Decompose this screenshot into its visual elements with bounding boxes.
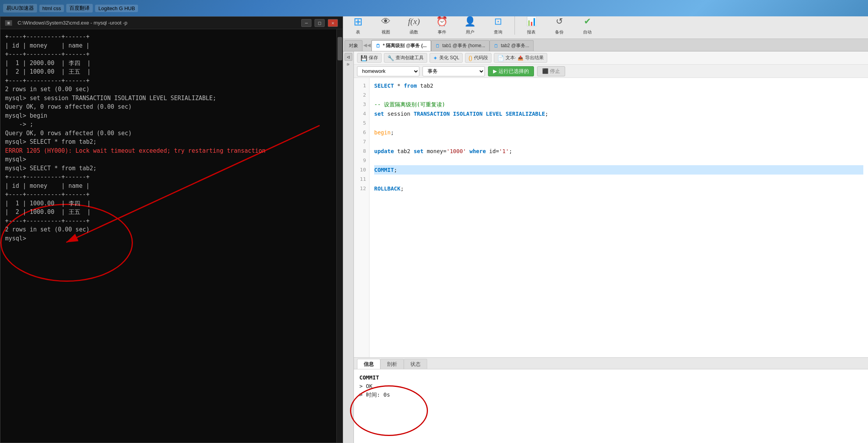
- code-token: SERIALIZABLE: [506, 109, 545, 118]
- query-toolbar: 💾 保存 🔧 查询创建工具 ✦ 美化 SQL () 代码段 📄 文本·: [354, 51, 868, 65]
- schema-select[interactable]: 事务: [423, 66, 485, 76]
- qtool-save-label: 保存: [369, 55, 378, 61]
- code-token: session: [384, 109, 414, 118]
- code-token: set: [374, 109, 384, 118]
- code-line: -- 设置隔离级别(可重复读): [374, 100, 863, 109]
- toolbar-auto-label: 自动: [583, 29, 592, 35]
- tab-tab2[interactable]: 🗒 tab2 @事务...: [490, 40, 534, 51]
- toolbar-query-btn[interactable]: ⊡ 查询: [486, 13, 510, 37]
- cmd-line: +----+----------+------+: [5, 190, 338, 199]
- tab-tab1[interactable]: 🗒 tab1 @事务 (home...: [431, 40, 490, 51]
- result-content: COMMIT > OK > 时间: 0s: [354, 369, 868, 443]
- code-token: ;: [391, 128, 394, 137]
- qtool-snippet-label: 代码段: [474, 55, 488, 61]
- toolbar-view-btn[interactable]: 👁 视图: [374, 13, 398, 37]
- line-number: 4: [354, 109, 369, 118]
- toolbar-report-btn[interactable]: 📊 报表: [520, 13, 543, 37]
- code-line: SELECT * from tab2: [374, 81, 863, 90]
- cmd-maximize-btn[interactable]: □: [315, 19, 325, 27]
- navicat-tabs: 对象 ◀◀ 🗒 * 隔离级别 @事务 (... 🗒 tab1 @事务 (home…: [343, 39, 868, 51]
- toolbar-backup-btn[interactable]: ↺ 备份: [548, 13, 571, 37]
- code-token: begin: [374, 128, 391, 137]
- code-line: [374, 118, 863, 128]
- code-token: ;: [545, 109, 548, 118]
- qtool-text-btn[interactable]: 📄 文本· 📤 导出结果: [494, 53, 547, 63]
- code-content[interactable]: SELECT * from tab2 -- 设置隔离级别(可重复读)set se…: [369, 78, 868, 357]
- auto-icon: ✔: [580, 14, 594, 28]
- run-btn[interactable]: ▶ 运行已选择的: [488, 66, 534, 76]
- cmd-line: ERROR 1205 (HY000): Lock wait timeout ex…: [5, 146, 338, 155]
- code-token: tab2: [417, 81, 433, 90]
- taskbar-item-logitech[interactable]: Logitech G HUB: [95, 5, 138, 12]
- toolbar-event-label: 事件: [438, 29, 446, 35]
- stop-icon: ⬛: [542, 68, 548, 74]
- cmd-line: mysql>: [5, 234, 338, 243]
- navicat-panel: 文件 编辑 查看 查询 格式 收藏夹 工具 窗口 帮助 ⊞ 表 👁 视图 f(x…: [343, 0, 868, 443]
- result-tab-profile[interactable]: 剖析: [380, 359, 404, 369]
- tab-isolate[interactable]: 🗒 * 隔离级别 @事务 (...: [371, 40, 431, 51]
- taskbar-item-uu[interactable]: 易UU加速器: [3, 4, 37, 12]
- toolbar-auto-btn[interactable]: ✔ 自动: [576, 13, 599, 37]
- toolbar-view-label: 视图: [382, 29, 390, 35]
- line-number: 3: [354, 100, 369, 109]
- db-select[interactable]: homework: [357, 66, 419, 76]
- qtool-create-btn[interactable]: 🔧 查询创建工具: [384, 53, 427, 63]
- qtool-beautify-btn[interactable]: ✦ 美化 SQL: [430, 53, 463, 63]
- qtool-create-label: 查询创建工具: [396, 55, 424, 61]
- cmd-scroll-thumb[interactable]: [338, 37, 342, 60]
- code-editor[interactable]: 123456789101112 SELECT * from tab2 -- 设置…: [354, 78, 868, 357]
- code-token: id=: [486, 146, 499, 156]
- cmd-line: | id | money | name |: [5, 41, 338, 50]
- code-line: [374, 156, 863, 165]
- toolbar-user-label: 用户: [466, 29, 474, 35]
- toolbar-event-btn[interactable]: ⏰ 事件: [430, 13, 454, 37]
- code-token: ;: [400, 184, 403, 193]
- object-expand-btn[interactable]: ◁: [345, 53, 352, 61]
- line-numbers: 123456789101112: [354, 78, 369, 357]
- tab-tab2-icon: 🗒: [494, 43, 499, 49]
- toolbar-query-label: 查询: [494, 29, 502, 35]
- cmd-line: mysql> begin: [5, 111, 338, 120]
- code-line: ROLLBACK;: [374, 184, 863, 193]
- cmd-icon: ▣: [5, 20, 12, 26]
- toolbar-user-btn[interactable]: 👤 用户: [458, 13, 482, 37]
- cmd-close-btn[interactable]: ✕: [328, 19, 338, 27]
- code-token: *: [394, 81, 404, 90]
- cmd-line: mysql>: [5, 155, 338, 164]
- code-token: [450, 109, 453, 118]
- cmd-title: C:\Windows\System32\cmd.exe - mysql -uro…: [18, 20, 127, 26]
- code-token: SELECT: [374, 81, 394, 90]
- tab-object[interactable]: 对象: [345, 40, 362, 51]
- user-icon: 👤: [463, 14, 477, 28]
- tab-collapse-icon[interactable]: ◀◀: [362, 41, 371, 49]
- cmd-content: +----+----------+------+| id | money | n…: [0, 29, 343, 443]
- report-icon: 📊: [524, 14, 538, 28]
- cmd-line: +----+----------+------+: [5, 32, 338, 41]
- qtool-snippet-btn[interactable]: () 代码段: [465, 53, 491, 63]
- cmd-line: | 1 | 1000.00 | 李四 |: [5, 199, 338, 208]
- line-number: 6: [354, 128, 369, 137]
- code-line: COMMIT;: [374, 165, 863, 175]
- cmd-line: 2 rows in set (0.00 sec): [5, 225, 338, 234]
- taskbar-item-baidu[interactable]: 百度翻译: [66, 4, 93, 12]
- tab-tab1-icon: 🗒: [435, 43, 440, 49]
- save-icon: 💾: [361, 55, 367, 61]
- create-icon: 🔧: [387, 55, 394, 61]
- object-panel: ◁ a: [343, 51, 354, 443]
- toolbar-func-btn[interactable]: f(x) 函数: [402, 13, 426, 37]
- query-icon: ⊡: [491, 14, 505, 28]
- code-line: set session TRANSACTION ISOLATION LEVEL …: [374, 109, 863, 118]
- qtool-beautify-label: 美化 SQL: [439, 55, 459, 61]
- cmd-line: +----+----------+------+: [5, 173, 338, 182]
- result-tab-info[interactable]: 信息: [357, 359, 380, 369]
- cmd-minimize-btn[interactable]: —: [301, 19, 311, 27]
- taskbar: 易UU加速器 html css 百度翻译 Logitech G HUB: [0, 0, 868, 16]
- toolbar-func-label: 函数: [410, 29, 418, 35]
- tab-isolate-label: * 隔离级别 @事务 (...: [383, 42, 426, 49]
- taskbar-item-html[interactable]: html css: [39, 5, 64, 12]
- stop-btn[interactable]: ⬛ 停止: [537, 66, 565, 76]
- result-tab-status[interactable]: 状态: [404, 359, 427, 369]
- toolbar-table-btn[interactable]: ⊞ 表: [346, 13, 369, 37]
- stop-label: 停止: [550, 68, 560, 75]
- qtool-save-btn[interactable]: 💾 保存: [357, 53, 382, 63]
